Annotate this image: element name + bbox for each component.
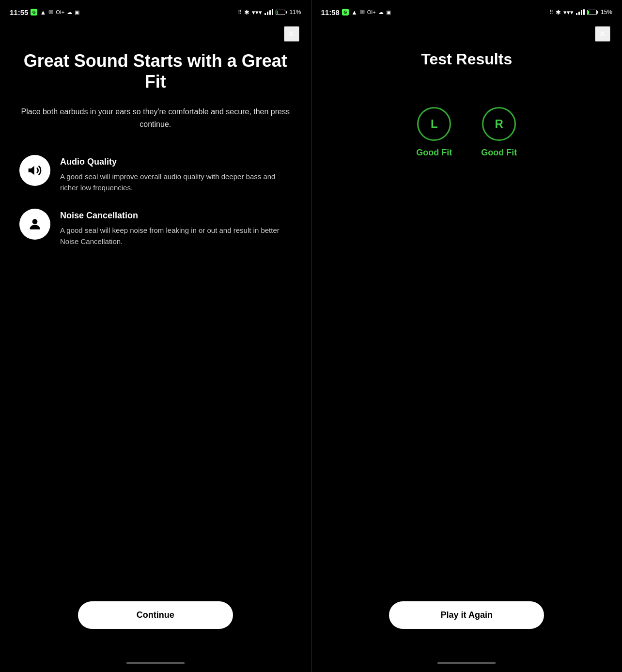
home-indicator-2 bbox=[437, 662, 496, 664]
status-right-1: ⠿ ✱ ▾▾▾ 11% bbox=[238, 9, 301, 16]
bluetooth-icon-2: ✱ bbox=[556, 9, 561, 16]
right-earbud-result: R Good Fit bbox=[481, 107, 517, 158]
cloud-icon-2: ☁ bbox=[378, 9, 384, 15]
earbuds-results: L Good Fit R Good Fit bbox=[416, 107, 517, 158]
battery-body-2 bbox=[587, 10, 597, 15]
audio-feature-text: Audio Quality A good seal will improve o… bbox=[60, 155, 292, 194]
wifi-icon-2: ▾▾▾ bbox=[563, 9, 574, 16]
play-again-button[interactable]: Play it Again bbox=[389, 601, 544, 629]
feature-audio-quality: Audio Quality A good seal will improve o… bbox=[19, 155, 292, 194]
signal-bar-2 bbox=[267, 12, 268, 15]
screen-icon-2: ▣ bbox=[386, 9, 391, 15]
battery-icon-2 bbox=[587, 10, 598, 15]
green-dot-2: G bbox=[342, 9, 349, 15]
battery-text-1: 11% bbox=[289, 9, 301, 15]
notification-icon-2: ▲ bbox=[351, 9, 358, 16]
battery-fill-2 bbox=[588, 11, 589, 14]
right-earbud-letter: R bbox=[495, 117, 503, 131]
message-icon-1: ✉ bbox=[48, 9, 53, 15]
signal-bars-1 bbox=[264, 9, 273, 15]
svg-point-0 bbox=[32, 219, 38, 224]
battery-tip-1 bbox=[286, 11, 287, 14]
battery-fill-1 bbox=[277, 11, 278, 14]
phone-icon-2: OI+ bbox=[367, 9, 376, 15]
battery-icon-1 bbox=[276, 10, 287, 15]
status-time-2: 11:58 bbox=[321, 8, 340, 16]
results-title: Test Results bbox=[421, 50, 512, 68]
signal-bar-8 bbox=[583, 9, 585, 15]
cloud-icon-1: ☁ bbox=[67, 9, 72, 15]
right-earbud-circle: R bbox=[482, 107, 516, 141]
close-button-2[interactable]: × bbox=[595, 26, 610, 42]
left-earbud-result: L Good Fit bbox=[416, 107, 452, 158]
noise-feature-title: Noise Cancellation bbox=[60, 211, 292, 221]
noise-icon-circle bbox=[19, 209, 50, 240]
message-icon-2: ✉ bbox=[360, 9, 365, 15]
vibrate-icon-1: ⠿ bbox=[238, 9, 242, 15]
signal-bar-1 bbox=[264, 13, 266, 15]
continue-button[interactable]: Continue bbox=[78, 601, 233, 629]
notification-icon-1: ▲ bbox=[40, 9, 46, 16]
battery-body-1 bbox=[276, 10, 285, 15]
screen-1: 11:55 G ▲ ✉ OI+ ☁ ▣ ⠿ ✱ ▾▾▾ bbox=[0, 0, 311, 672]
noise-feature-text: Noise Cancellation A good seal will keep… bbox=[60, 209, 292, 247]
left-earbud-circle: L bbox=[417, 107, 451, 141]
screens-container: 11:55 G ▲ ✉ OI+ ☁ ▣ ⠿ ✱ ▾▾▾ bbox=[0, 0, 622, 672]
signal-bars-2 bbox=[576, 9, 585, 15]
close-button-1[interactable]: × bbox=[284, 26, 299, 42]
audio-feature-title: Audio Quality bbox=[60, 157, 292, 167]
signal-bar-4 bbox=[272, 9, 273, 15]
person-icon bbox=[27, 216, 43, 232]
signal-bar-5 bbox=[576, 13, 577, 15]
screen-2: 11:58 G ▲ ✉ OI+ ☁ ▣ ⠿ ✱ ▾▾▾ bbox=[311, 0, 622, 672]
home-indicator-1 bbox=[126, 662, 185, 664]
screen1-content: Great Sound Starts with a Great Fit Plac… bbox=[0, 21, 311, 658]
screen-icon-1: ▣ bbox=[75, 9, 79, 15]
status-left-2: 11:58 G ▲ ✉ OI+ ☁ ▣ bbox=[321, 8, 391, 16]
subtitle: Place both earbuds in your ears so they'… bbox=[19, 106, 292, 130]
audio-icon-circle bbox=[19, 155, 50, 186]
left-earbud-letter: L bbox=[431, 117, 438, 131]
battery-tip-2 bbox=[597, 11, 598, 14]
left-good-fit-label: Good Fit bbox=[416, 148, 452, 158]
noise-feature-desc: A good seal will keep noise from leaking… bbox=[60, 225, 292, 247]
audio-feature-desc: A good seal will improve overall audio q… bbox=[60, 171, 292, 194]
signal-bar-7 bbox=[581, 10, 582, 15]
status-time-1: 11:55 bbox=[10, 8, 28, 16]
battery-text-2: 15% bbox=[601, 9, 612, 15]
phone-icon-1: OI+ bbox=[56, 9, 64, 15]
status-bar-1: 11:55 G ▲ ✉ OI+ ☁ ▣ ⠿ ✱ ▾▾▾ bbox=[0, 0, 311, 21]
status-right-2: ⠿ ✱ ▾▾▾ 15% bbox=[549, 9, 612, 16]
right-good-fit-label: Good Fit bbox=[481, 148, 517, 158]
main-title: Great Sound Starts with a Great Fit bbox=[19, 50, 292, 92]
feature-noise-cancellation: Noise Cancellation A good seal will keep… bbox=[19, 209, 292, 247]
status-bar-2: 11:58 G ▲ ✉ OI+ ☁ ▣ ⠿ ✱ ▾▾▾ bbox=[311, 0, 622, 21]
speaker-icon bbox=[27, 163, 43, 178]
signal-bar-6 bbox=[578, 12, 580, 15]
status-left-1: 11:55 G ▲ ✉ OI+ ☁ ▣ bbox=[10, 8, 79, 16]
screen2-content: Test Results L Good Fit R Good Fit bbox=[311, 21, 622, 658]
wifi-icon-1: ▾▾▾ bbox=[252, 9, 262, 16]
vibrate-icon-2: ⠿ bbox=[549, 9, 553, 15]
signal-bar-3 bbox=[269, 10, 271, 15]
green-dot-1: G bbox=[31, 9, 37, 15]
bluetooth-icon-1: ✱ bbox=[244, 9, 249, 16]
